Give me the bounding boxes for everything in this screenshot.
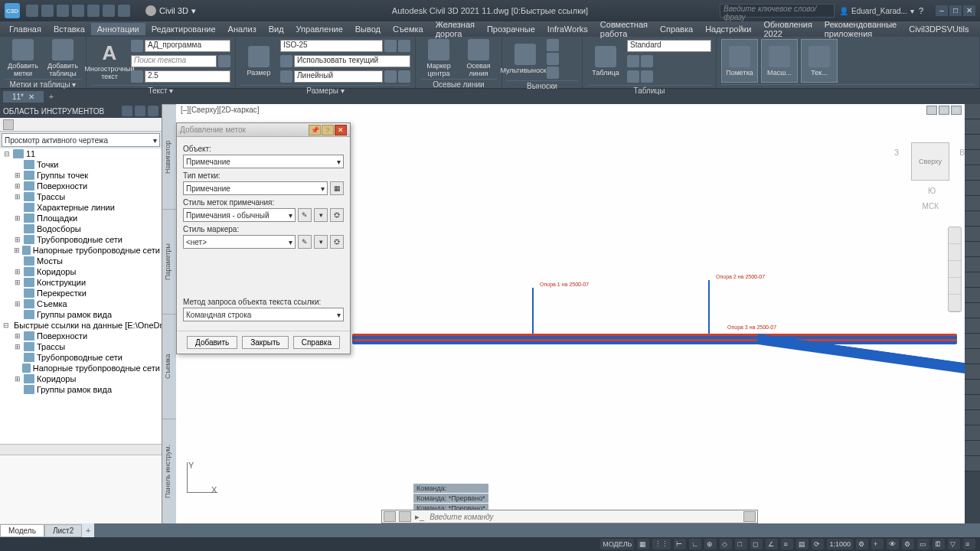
marker-dropdown-button[interactable]: ▾ bbox=[314, 235, 328, 249]
rtb-icon[interactable] bbox=[965, 441, 980, 456]
tree-item[interactable]: ⊞Поверхности bbox=[0, 181, 162, 191]
sb-ortho-icon[interactable]: ∟ bbox=[689, 539, 701, 549]
qat-save-icon[interactable] bbox=[57, 5, 69, 17]
mdi-close-button[interactable]: ✕ bbox=[951, 106, 962, 115]
nav-orbit-icon[interactable] bbox=[949, 278, 961, 295]
table-button[interactable]: Таблица bbox=[587, 39, 624, 83]
rtb-icon[interactable] bbox=[965, 181, 980, 196]
new-tab-button[interactable]: + bbox=[45, 90, 57, 103]
qat-plot-icon[interactable] bbox=[87, 5, 100, 17]
tree-item[interactable]: Группы рамок вида bbox=[0, 384, 162, 395]
rtb-icon[interactable] bbox=[965, 227, 980, 242]
rtb-icon[interactable] bbox=[965, 257, 980, 272]
tree-item[interactable]: Точки bbox=[0, 159, 162, 170]
method-combo[interactable]: Командная строка▾ bbox=[183, 308, 344, 321]
qat-new-icon[interactable] bbox=[26, 5, 38, 17]
ribbon-tab-5[interactable]: Вид bbox=[263, 23, 290, 35]
panel-labels-title[interactable]: Метки и таблицы ▾ bbox=[5, 79, 81, 89]
model-tab[interactable]: Модель bbox=[0, 524, 44, 537]
ribbon-tab-3[interactable]: Редактирование bbox=[145, 23, 222, 35]
ribbon-tab-14[interactable]: Надстройки bbox=[699, 23, 757, 35]
sb-workspace-icon[interactable]: ⚙ bbox=[902, 539, 914, 549]
sb-annomon-icon[interactable]: 👁 bbox=[887, 539, 899, 549]
table-style-combo[interactable]: Standard bbox=[627, 40, 711, 52]
tree-item[interactable]: Группы рамок вида bbox=[0, 309, 162, 320]
sb-polar-icon[interactable]: ⊕ bbox=[704, 539, 717, 549]
tree-toggle-icon[interactable]: ⊟ bbox=[3, 321, 9, 329]
ribbon-tab-2[interactable]: Аннотации bbox=[91, 23, 145, 35]
viewport-label[interactable]: [–][Сверху][2D-каркас] bbox=[181, 106, 260, 114]
dim-sm2[interactable] bbox=[398, 70, 410, 83]
help-icon[interactable]: ? bbox=[919, 6, 923, 15]
rtb-icon[interactable] bbox=[965, 272, 980, 288]
dim-sm1[interactable] bbox=[384, 70, 397, 83]
tree-toggle-icon[interactable]: ⊞ bbox=[14, 375, 21, 383]
text-style-combo[interactable]: АД_программа bbox=[145, 40, 230, 52]
app-logo[interactable]: C3D bbox=[5, 3, 20, 18]
dialog-pin-button[interactable]: 📌 bbox=[309, 125, 321, 135]
tree-item[interactable]: ⊞Трассы bbox=[0, 191, 162, 202]
nav-zoom-icon[interactable] bbox=[949, 261, 961, 278]
sb-iso-icon[interactable]: ◇ bbox=[720, 539, 732, 549]
ribbon-tab-7[interactable]: Вывод bbox=[349, 23, 387, 35]
rtb-icon[interactable] bbox=[965, 211, 980, 227]
tree-item[interactable]: ⊞Площадки bbox=[0, 213, 162, 223]
tree-toggle-icon[interactable]: ⊞ bbox=[14, 236, 21, 243]
rtb-icon[interactable] bbox=[965, 288, 980, 303]
rtb-icon[interactable] bbox=[965, 334, 980, 349]
sb-customize-icon[interactable]: ≡ bbox=[963, 539, 975, 549]
maximize-button[interactable]: □ bbox=[949, 5, 962, 16]
sb-gear-icon[interactable]: ⚙ bbox=[856, 539, 868, 549]
close-button[interactable]: ✕ bbox=[963, 5, 975, 16]
user-menu[interactable]: 👤 Eduard_Karad... ▾ bbox=[839, 7, 914, 15]
sb-units-icon[interactable]: ▭ bbox=[917, 539, 929, 549]
dimension-button[interactable]: Размер bbox=[240, 39, 277, 83]
rtb-icon[interactable] bbox=[965, 196, 980, 211]
add-tables-button[interactable]: Добавить таблицы bbox=[44, 39, 81, 77]
tree-item[interactable]: ⊞Конструкции bbox=[0, 277, 162, 288]
marker-style-combo[interactable]: <нет>▾ bbox=[183, 235, 296, 249]
tree-toggle-icon[interactable]: ⊞ bbox=[14, 246, 20, 254]
view-cube[interactable]: Сверху bbox=[911, 142, 949, 181]
marker-edit-button[interactable]: ✎ bbox=[298, 235, 312, 249]
ribbon-tab-1[interactable]: Вставка bbox=[47, 23, 91, 35]
qat-saveas-icon[interactable] bbox=[72, 5, 84, 17]
tree-item[interactable]: ⊞Поверхности bbox=[0, 331, 162, 341]
sb-model[interactable]: МОДЕЛЬ bbox=[600, 539, 634, 549]
ml-icon3[interactable] bbox=[547, 67, 559, 79]
dim-icon[interactable] bbox=[384, 40, 397, 52]
rtb-icon[interactable] bbox=[965, 380, 980, 395]
infocenter-search[interactable]: Введите ключевое слово/фразу bbox=[720, 4, 835, 18]
tree-item[interactable]: ⊞Группы точек bbox=[0, 170, 162, 181]
rtb-icon[interactable] bbox=[965, 456, 980, 471]
toolspace-tab-0[interactable]: Навигатор bbox=[162, 104, 176, 209]
ribbon-tab-10[interactable]: Прозрачные bbox=[481, 23, 541, 35]
tree-item[interactable]: Перекрестки bbox=[0, 288, 162, 298]
tree-item[interactable]: Характерные линии bbox=[0, 202, 162, 213]
ribbon-tab-17[interactable]: Civil3DPSVUtils bbox=[903, 23, 975, 35]
prospector-tree[interactable]: ⊟11Точки⊞Группы точек⊞Поверхности⊞Трассы… bbox=[0, 148, 162, 444]
label-type-combo[interactable]: Примечание▾ bbox=[183, 181, 328, 195]
rtb-icon[interactable] bbox=[965, 410, 980, 425]
tree-item[interactable]: ⊞Коридоры bbox=[0, 373, 162, 384]
tree-item[interactable]: Водосборы bbox=[0, 223, 162, 234]
tree-toggle-icon[interactable]: ⊞ bbox=[14, 300, 21, 308]
cmdline-close-icon[interactable] bbox=[384, 511, 396, 522]
sb-filter-icon[interactable]: ▽ bbox=[948, 539, 960, 549]
sb-grid-icon[interactable]: ▦ bbox=[637, 539, 649, 549]
linear-icon[interactable] bbox=[280, 70, 292, 83]
rtb-icon[interactable] bbox=[965, 318, 980, 334]
rtb-icon[interactable] bbox=[965, 395, 980, 410]
mtext-button[interactable]: AМногострочный текст bbox=[91, 39, 128, 83]
ribbon-tab-13[interactable]: Справка bbox=[654, 23, 699, 35]
markup-button[interactable]: Масш... bbox=[761, 39, 798, 83]
file-tab-11[interactable]: 11* ✕ bbox=[3, 91, 44, 103]
tree-toggle-icon[interactable]: ⊞ bbox=[14, 171, 21, 179]
style-pick-button[interactable]: ⯐ bbox=[330, 208, 344, 222]
sb-otrack-icon[interactable]: ∠ bbox=[766, 539, 778, 549]
rtb-icon[interactable] bbox=[965, 425, 980, 441]
close-tab-icon[interactable]: ✕ bbox=[28, 93, 34, 101]
dialog-close-button[interactable]: ✕ bbox=[335, 125, 347, 135]
sb-qp-icon[interactable]: 🗓 bbox=[933, 539, 945, 549]
ribbon-tab-6[interactable]: Управление bbox=[290, 23, 349, 35]
